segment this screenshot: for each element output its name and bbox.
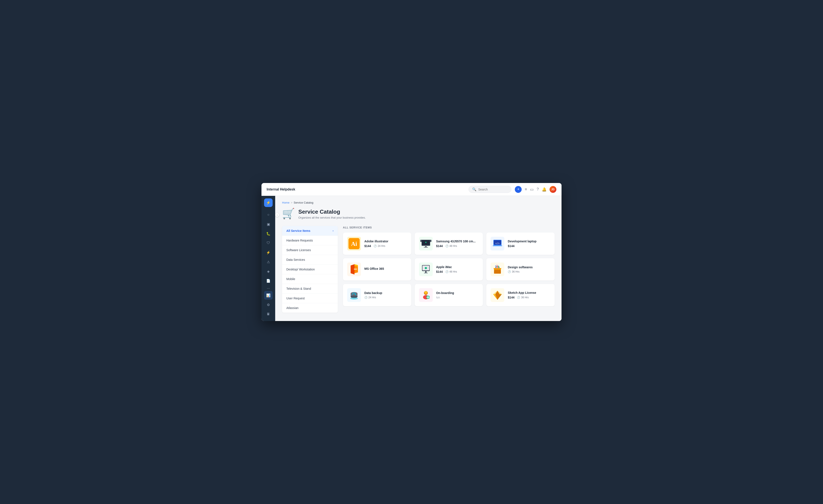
catalog-card-databackup[interactable]: Data backup 🕐 24 Hrs [343, 284, 411, 306]
card-na-onboarding: NA [436, 296, 440, 299]
left-nav-label-mobile: Mobile [286, 277, 295, 281]
left-nav-user-request[interactable]: User Request [282, 294, 338, 303]
breadcrumb: Home > Service Catalog [282, 201, 555, 204]
chevron-right-icon: › [333, 229, 333, 232]
sidebar-item-settings[interactable]: ⚙ [264, 300, 273, 309]
catalog-card-msoffice[interactable]: 365 MS Office 365 [343, 258, 411, 281]
card-name-databackup: Data backup [364, 291, 407, 295]
sidebar-item-inbox[interactable]: ▣ [264, 220, 273, 228]
left-nav-mobile[interactable]: Mobile [282, 274, 338, 284]
svg-point-25 [350, 298, 358, 300]
left-nav-all-service-items[interactable]: All Service Items › [282, 226, 338, 236]
card-time-sketch: 🕐 36 Hrs [517, 296, 528, 299]
svg-rect-16 [424, 273, 428, 273]
help-icon[interactable]: ? [537, 187, 539, 192]
card-info-databackup: Data backup 🕐 24 Hrs [364, 291, 407, 299]
svg-point-29 [424, 291, 427, 294]
catalog-section-title: ALL SERVICE ITEMS [343, 226, 555, 229]
tasks-icon[interactable]: ≡ [525, 187, 527, 192]
card-name-sketch: Sketch App License [508, 291, 550, 295]
card-meta-samsung: $144 🕐 48 Hrs [436, 244, 479, 248]
sidebar-item-warning[interactable]: ⚠ [264, 258, 273, 266]
card-info-msoffice: MS Office 365 [364, 267, 407, 272]
left-nav-label-hardware: Hardware Requests [286, 239, 313, 242]
page-header: 🛒 Service Catalog Organizes all the serv… [282, 208, 555, 219]
sidebar-item-shield[interactable]: 🛡 [264, 239, 273, 247]
search-input[interactable] [478, 188, 508, 191]
clock-icon-adobe: 🕐 [373, 244, 377, 247]
catalog-card-sketch[interactable]: Sketch App License $144 🕐 36 Hrs [486, 284, 555, 306]
svg-line-20 [497, 265, 497, 268]
left-nav-desktop-workstation[interactable]: Desktop/ Workstation [282, 265, 338, 274]
card-time-imac: 🕐 48 Hrs [445, 270, 457, 273]
sidebar-logo[interactable]: ⚡ [264, 198, 273, 207]
sidebar-item-charts[interactable]: 📊 [264, 291, 273, 300]
page-subtitle: Organizes all the services that your bus… [298, 216, 366, 219]
svg-point-7 [425, 242, 427, 243]
card-icon-laptop: </> [491, 237, 504, 250]
svg-rect-6 [424, 247, 428, 247]
card-meta-laptop: $144 [508, 244, 550, 248]
catalog-grid: Ai Adobe illustrator $144 🕐 24 Hrs [343, 232, 555, 306]
svg-text:Ai: Ai [351, 240, 357, 247]
left-nav-atlassian[interactable]: Atlassian [282, 303, 338, 313]
sidebar-item-lightning[interactable]: ⚡ [264, 248, 273, 257]
app-window: Internal Helpdesk 🔍 + ≡ ▭ ? 🔔 JD ⚡ ○ ▣ 🐛… [262, 183, 561, 321]
catalog-card-laptop[interactable]: </> Development laptop $144 [486, 232, 555, 255]
catalog-main: ALL SERVICE ITEMS Ai Adobe ill [343, 226, 555, 313]
left-nav-data-services[interactable]: Data Services [282, 255, 338, 265]
sidebar-item-calculator[interactable]: 🖩 [264, 310, 273, 318]
catalog-card-design[interactable]: Design softwares 🕐 36 Hrs [486, 258, 555, 281]
sidebar: ⚡ ○ ▣ 🐛 🛡 ⚡ ⚠ ◈ 📄 ⋯ 📊 ⚙ 🖩 [262, 196, 275, 321]
sidebar-item-bugs[interactable]: 🐛 [264, 229, 273, 238]
left-nav-television-stand[interactable]: Television & Stand [282, 284, 338, 294]
sidebar-dots[interactable]: ⋯ [267, 287, 270, 290]
card-info-onboarding: On-boarding NA [436, 291, 479, 299]
left-nav-label-desktop: Desktop/ Workstation [286, 268, 315, 271]
catalog-card-adobe[interactable]: Ai Adobe illustrator $144 🕐 24 Hrs [343, 232, 411, 255]
add-button[interactable]: + [515, 186, 522, 193]
clock-icon-design: 🕐 [508, 270, 511, 273]
clock-icon-sketch: 🕐 [517, 296, 520, 299]
left-nav-label-all: All Service Items [286, 229, 310, 232]
card-info-design: Design softwares 🕐 36 Hrs [508, 266, 550, 273]
page-header-text: Service Catalog Organizes all the servic… [298, 208, 366, 219]
card-name-imac: Apple iMac [436, 265, 479, 269]
app-title: Internal Helpdesk [267, 187, 469, 191]
card-icon-sketch [491, 288, 504, 302]
card-time-design: 🕐 36 Hrs [508, 270, 519, 273]
left-nav-label-data: Data Services [286, 258, 305, 262]
card-price-laptop: $144 [508, 244, 514, 248]
search-bar[interactable]: 🔍 [469, 186, 511, 193]
svg-line-21 [498, 266, 499, 268]
avatar[interactable]: JD [549, 186, 556, 193]
sidebar-item-home[interactable]: ○ [264, 210, 273, 219]
breadcrumb-home[interactable]: Home [282, 201, 290, 204]
breadcrumb-separator: > [291, 201, 293, 204]
catalog-card-samsung[interactable]: Samsung 43J5570 108 cm... $144 🕐 48 Hrs [415, 232, 483, 255]
card-name-onboarding: On-boarding [436, 291, 479, 295]
search-icon: 🔍 [472, 187, 476, 191]
bell-icon[interactable]: 🔔 [542, 187, 546, 192]
left-nav-label-tv: Television & Stand [286, 287, 311, 290]
navbar: Internal Helpdesk 🔍 + ≡ ▭ ? 🔔 JD [262, 183, 561, 196]
card-meta-adobe: $144 🕐 24 Hrs [364, 244, 407, 248]
svg-text:</>: </> [495, 242, 500, 245]
left-nav-hardware-requests[interactable]: Hardware Requests [282, 236, 338, 245]
catalog-card-onboarding[interactable]: On-boarding NA [415, 284, 483, 306]
svg-rect-5 [425, 246, 427, 247]
card-icon-databackup [347, 288, 361, 302]
sidebar-item-reports[interactable]: 📄 [264, 277, 273, 285]
sidebar-collapse-button[interactable]: › [275, 213, 279, 217]
svg-rect-15 [425, 271, 427, 273]
left-nav-software-licenses[interactable]: Software Licenses [282, 245, 338, 255]
sidebar-item-layers[interactable]: ◈ [264, 267, 273, 276]
card-price-adobe: $144 [364, 244, 371, 248]
calendar-icon[interactable]: ▭ [530, 187, 534, 192]
card-name-samsung: Samsung 43J5570 108 cm... [436, 239, 479, 243]
card-time-adobe: 🕐 24 Hrs [373, 244, 385, 247]
catalog-card-imac[interactable]: Apple iMac $144 🕐 48 Hrs [415, 258, 483, 281]
breadcrumb-current: Service Catalog [294, 201, 313, 204]
svg-rect-18 [494, 270, 501, 274]
left-nav-label-atlassian: Atlassian [286, 306, 299, 310]
